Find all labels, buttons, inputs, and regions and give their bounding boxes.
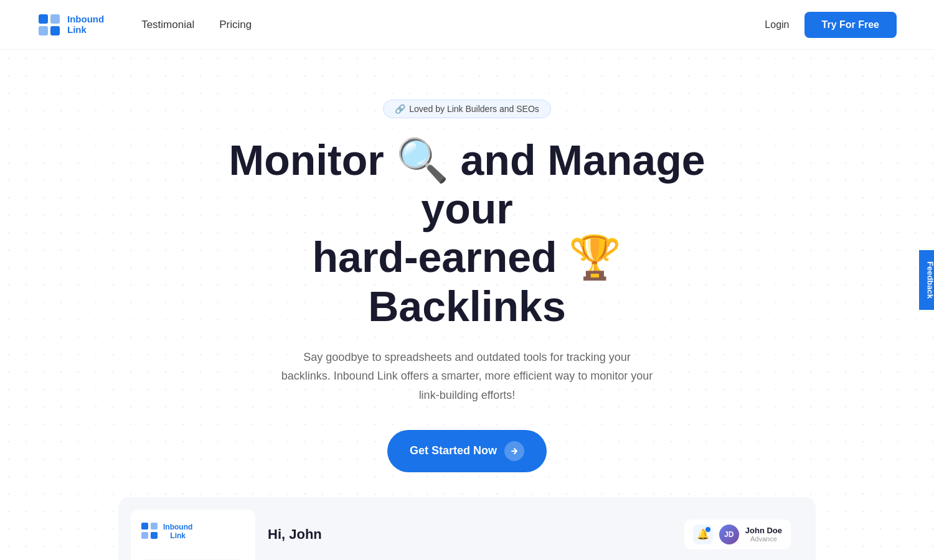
- svg-rect-5: [151, 523, 158, 530]
- nav-right: Login Try For Free: [765, 12, 897, 38]
- svg-rect-2: [39, 26, 48, 35]
- svg-rect-0: [39, 14, 48, 24]
- logo-line2: Link: [67, 25, 104, 35]
- badge-icon: 🔗: [395, 104, 405, 114]
- nav-left: Inbound Link Testimonial Pricing: [37, 13, 252, 37]
- svg-rect-4: [141, 523, 148, 530]
- login-button[interactable]: Login: [765, 19, 789, 30]
- dash-topbar: Hi, John 🔔 JD John Doe Advance: [268, 520, 791, 549]
- user-plan: Advance: [745, 535, 782, 543]
- nav-pricing[interactable]: Pricing: [219, 19, 252, 31]
- user-name: John Doe: [745, 526, 782, 535]
- hero-content: 🔗 Loved by Link Builders and SEOs Monito…: [218, 100, 716, 472]
- logo: Inbound Link: [37, 13, 104, 37]
- dash-greeting: Hi, John: [268, 526, 322, 543]
- dash-main: Hi, John 🔔 JD John Doe Advance ⚡: [255, 510, 803, 560]
- get-started-button[interactable]: Get Started Now: [387, 430, 547, 472]
- dash-logo-icon: [141, 522, 158, 542]
- dash-logo-text: Inbound Link: [163, 523, 192, 539]
- navbar: Inbound Link Testimonial Pricing Login T…: [0, 0, 934, 50]
- logo-line1: Inbound: [67, 14, 104, 25]
- hero-title: Monitor 🔍 and Manage yourhard-earned 🏆 B…: [218, 136, 716, 330]
- dash-logo: Inbound Link: [141, 522, 245, 542]
- svg-rect-1: [50, 14, 60, 24]
- user-avatar: JD: [719, 525, 739, 544]
- cta-label: Get Started Now: [410, 444, 497, 457]
- svg-rect-6: [141, 532, 148, 539]
- badge-text: Loved by Link Builders and SEOs: [409, 104, 539, 114]
- dash-sidebar: Inbound Link Dashboard: [131, 510, 255, 560]
- bell-dot: [705, 527, 710, 532]
- dash-logo-line2: Link: [163, 532, 192, 540]
- hero-section: 🔗 Loved by Link Builders and SEOs Monito…: [0, 50, 934, 560]
- svg-rect-7: [151, 532, 158, 539]
- cta-arrow-icon: [504, 441, 524, 461]
- bell-icon[interactable]: 🔔: [693, 525, 713, 544]
- dash-logo-line1: Inbound: [163, 523, 192, 531]
- logo-text: Inbound Link: [67, 14, 104, 35]
- user-info: John Doe Advance: [745, 526, 782, 543]
- hero-badge: 🔗 Loved by Link Builders and SEOs: [383, 100, 551, 118]
- try-free-button[interactable]: Try For Free: [804, 12, 897, 38]
- nav-testimonial[interactable]: Testimonial: [141, 19, 194, 31]
- nav-links: Testimonial Pricing: [141, 19, 252, 31]
- dash-user: 🔔 JD John Doe Advance: [684, 520, 791, 549]
- hero-subtitle: Say goodbye to spreadsheets and outdated…: [280, 348, 654, 405]
- svg-rect-3: [50, 26, 60, 35]
- feedback-tab[interactable]: Feedback: [920, 250, 934, 310]
- dashboard-preview: Inbound Link Dashboard Hi, John: [118, 497, 816, 560]
- logo-icon: [37, 13, 61, 37]
